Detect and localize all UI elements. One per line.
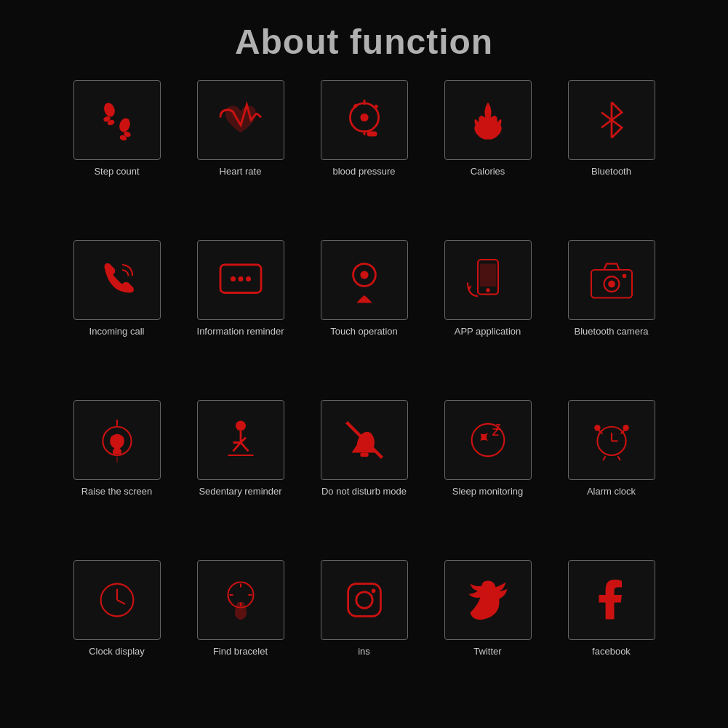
svg-rect-52 (348, 584, 380, 617)
svg-point-41 (623, 425, 628, 431)
function-cell-incoming-call: Incoming call (59, 240, 175, 393)
icon-box-ins (321, 560, 408, 640)
function-cell-do-not-disturb: Do not disturb mode (306, 400, 423, 553)
icon-box-alarm-clock (568, 400, 655, 480)
label-facebook: facebook (592, 646, 631, 658)
label-calories: Calories (471, 166, 505, 178)
icon-box-heart-rate (197, 80, 284, 160)
function-cell-bluetooth-camera: Bluetooth camera (553, 240, 670, 393)
label-blood-pressure: blood pressure (333, 166, 396, 178)
svg-rect-10 (367, 131, 377, 136)
svg-point-7 (360, 113, 368, 121)
icon-box-raise-screen (73, 400, 161, 480)
icon-box-do-not-disturb (321, 400, 408, 480)
function-cell-bluetooth: Bluetooth (553, 80, 670, 233)
function-cell-raise-screen: Raise the screen (59, 400, 175, 553)
label-step-count: Step count (94, 166, 139, 178)
svg-rect-30 (360, 453, 368, 457)
function-cell-sedentary-reminder: Sedentary reminder (183, 400, 299, 553)
icon-box-clock-display (73, 560, 161, 640)
icon-box-incoming-call (73, 240, 161, 320)
function-cell-ins: ins (306, 560, 423, 713)
icon-box-find-bracelet (197, 560, 284, 640)
function-cell-information-reminder: Information reminder (183, 240, 299, 393)
icon-box-sleep-monitoring: ZZ (444, 400, 532, 480)
svg-point-15 (246, 276, 251, 281)
svg-line-42 (603, 456, 606, 460)
svg-line-46 (117, 600, 125, 604)
icon-box-facebook (568, 560, 655, 640)
label-bluetooth: Bluetooth (591, 166, 631, 178)
page-title: About function (235, 22, 493, 62)
label-raise-screen: Raise the screen (81, 486, 153, 498)
label-touch-operation: Touch operation (330, 326, 398, 338)
label-heart-rate: Heart rate (220, 166, 262, 178)
svg-point-53 (356, 592, 372, 608)
label-ins: ins (358, 646, 370, 658)
svg-text:Z: Z (495, 423, 500, 431)
svg-point-24 (622, 274, 626, 279)
svg-point-3 (117, 116, 132, 133)
svg-point-28 (236, 420, 246, 431)
function-cell-step-count: Step count (59, 80, 175, 233)
function-cell-touch-operation: Touch operation (306, 240, 423, 393)
svg-line-43 (617, 456, 620, 460)
label-alarm-clock: Alarm clock (587, 486, 636, 498)
function-cell-facebook: facebook (553, 560, 670, 713)
svg-point-20 (486, 288, 490, 292)
svg-point-17 (360, 271, 368, 279)
icon-box-app-application (444, 240, 532, 320)
function-cell-clock-display: Clock display (59, 560, 175, 713)
function-cell-find-bracelet: Find bracelet (183, 560, 299, 713)
icon-box-bluetooth (568, 80, 655, 160)
icon-box-touch-operation (321, 240, 408, 320)
functions-grid: Step countHeart rateblood pressureCalori… (37, 80, 692, 713)
function-cell-calories: Calories (430, 80, 546, 233)
function-cell-twitter: Twitter (430, 560, 546, 713)
svg-point-23 (608, 281, 615, 288)
label-app-application: APP application (455, 326, 521, 338)
icon-box-step-count (73, 80, 161, 160)
function-cell-alarm-clock: Alarm clock (553, 400, 670, 553)
icon-box-twitter (444, 560, 532, 640)
function-cell-sleep-monitoring: ZZSleep monitoring (430, 400, 546, 553)
label-sleep-monitoring: Sleep monitoring (452, 486, 524, 498)
icon-box-sedentary-reminder (197, 400, 284, 480)
label-information-reminder: Information reminder (197, 326, 284, 338)
label-clock-display: Clock display (89, 646, 145, 658)
function-cell-app-application: APP application (430, 240, 546, 393)
icon-box-information-reminder (197, 240, 284, 320)
function-cell-blood-pressure: blood pressure (306, 80, 423, 233)
svg-point-40 (594, 425, 600, 431)
label-sedentary-reminder: Sedentary reminder (199, 486, 281, 498)
label-incoming-call: Incoming call (89, 326, 145, 338)
label-find-bracelet: Find bracelet (213, 646, 268, 658)
svg-rect-19 (479, 264, 495, 287)
svg-point-54 (371, 589, 375, 593)
label-twitter: Twitter (473, 646, 501, 658)
label-do-not-disturb: Do not disturb mode (321, 486, 407, 498)
icon-box-blood-pressure (321, 80, 408, 160)
icon-box-bluetooth-camera (568, 240, 655, 320)
svg-point-0 (102, 101, 116, 118)
svg-point-13 (231, 276, 236, 281)
svg-point-14 (238, 276, 243, 281)
icon-box-calories (444, 80, 532, 160)
function-cell-heart-rate: Heart rate (183, 80, 299, 233)
label-bluetooth-camera: Bluetooth camera (575, 326, 649, 338)
